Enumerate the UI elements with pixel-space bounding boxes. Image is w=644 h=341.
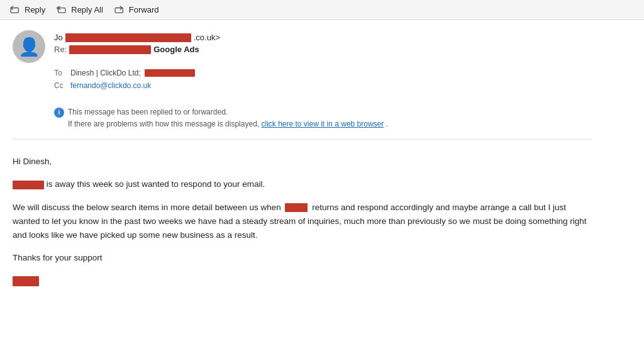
subject-redacted [69,45,151,54]
cc-label: Cc [54,79,67,92]
info-banner: i This message has been replied to or fo… [13,103,591,134]
reply-all-button[interactable]: Reply All [53,3,109,17]
para2-redacted [285,203,308,212]
meta-section: To Dinesh | ClickDo Ltd; Cc fernando@cli… [13,67,591,92]
subject-prefix: Re: [54,45,67,54]
avatar-icon: 👤 [18,36,40,57]
reply-label: Reply [25,5,45,14]
sender-email-redacted [65,33,191,42]
reply-all-label: Reply All [71,5,103,14]
greeting: Hi Dinesh, [13,155,591,169]
sender-email-suffix: .co.uk> [194,33,220,42]
to-label: To [54,67,67,79]
info-line2-prefix: If there are problems with how this mess… [68,120,259,128]
forward-label: Forward [129,5,159,14]
reply-all-icon [57,6,68,14]
sender-info: Jo .co.uk> Re: Google Ads [54,30,220,54]
forward-icon [114,6,126,14]
reply-button[interactable]: Reply [6,3,52,17]
forward-button[interactable]: Forward [111,3,165,17]
to-redacted [145,69,195,77]
para2: We will discuss the below search items i… [13,201,591,243]
subject-line: Re: Google Ads [54,45,220,54]
to-row: To Dinesh | ClickDo Ltd; [54,67,591,79]
signature [13,274,591,288]
separator [13,139,591,140]
avatar: 👤 [13,30,45,63]
closing: Thanks for your support [13,251,591,265]
info-icon: i [54,108,64,118]
greeting-text: Hi Dinesh, [13,157,52,166]
info-line2-suffix: . [386,120,388,128]
email-container: 👤 Jo .co.uk> Re: Google Ads [0,20,604,307]
closing-text: Thanks for your support [13,253,103,262]
to-value: Dinesh | ClickDo Ltd; [70,67,141,79]
info-link[interactable]: click here to view it in a web browser [262,120,384,128]
toolbar: Reply Reply All Forward [0,0,644,20]
cc-value: fernando@clickdo.co.uk [70,79,151,92]
info-line1: This message has been replied to or forw… [68,108,228,116]
sender-name: Jo [54,33,63,42]
cc-row: Cc fernando@clickdo.co.uk [54,79,591,92]
sender-row: 👤 Jo .co.uk> Re: Google Ads [13,30,591,63]
subject-suffix: Google Ads [153,45,199,54]
para1: is away this week so just wanted to resp… [13,177,591,191]
email-header: 👤 Jo .co.uk> Re: Google Ads [13,30,591,92]
para1-redacted [13,181,44,189]
sender-email-line: Jo .co.uk> [54,33,220,42]
reply-icon [10,6,21,14]
email-body: Hi Dinesh, is away this week so just wan… [13,148,591,288]
para1-suffix: is away this week so just wanted to resp… [47,179,265,189]
para2-prefix: We will discuss the below search items i… [13,203,281,212]
info-text: This message has been replied to or forw… [68,106,388,130]
signature-redacted [13,276,39,286]
